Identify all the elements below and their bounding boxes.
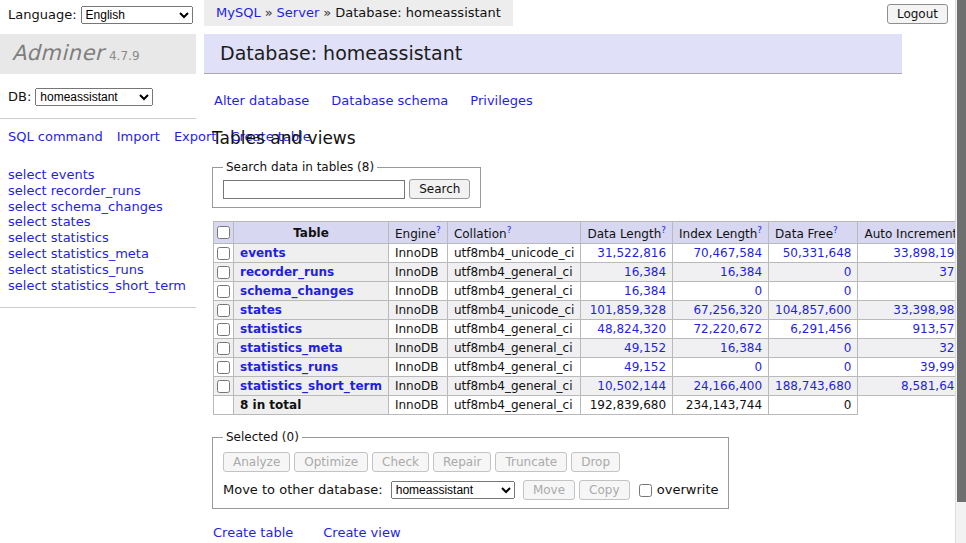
index-length-cell-link[interactable]: 70,467,584	[693, 246, 762, 260]
auto-increment-cell-link[interactable]: 33,898,196	[893, 246, 962, 260]
data-free-cell-link[interactable]: 188,743,680	[775, 379, 851, 393]
data-length-cell-link[interactable]: 16,384	[624, 284, 666, 298]
breadcrumb: MySQL»Server»Database: homeassistant	[204, 0, 513, 26]
help-link[interactable]: ?	[757, 225, 762, 235]
index-length-cell: 24,166,400	[673, 377, 769, 396]
help-link[interactable]: ?	[507, 225, 512, 235]
row-checkbox[interactable]	[217, 285, 230, 298]
data-length-cell-link[interactable]: 49,152	[624, 360, 666, 374]
table-link-statistics[interactable]: statistics	[240, 322, 302, 336]
help-link[interactable]: ?	[661, 225, 666, 235]
language-label: Language:	[8, 7, 77, 22]
collation-cell: utf8mb4_general_ci	[447, 282, 581, 301]
data-free-cell-link[interactable]: 0	[844, 341, 852, 355]
index-length-cell-link[interactable]: 16,384	[720, 265, 762, 279]
table-link-events[interactable]: events	[240, 246, 286, 260]
optimize-button[interactable]: Optimize	[294, 452, 368, 472]
index-length-cell: 0	[673, 358, 769, 377]
row-select-cell	[214, 263, 234, 282]
sidebar-select-link-statistics_short_term[interactable]: select statistics_short_term	[8, 278, 188, 294]
index-length-cell-link[interactable]: 67,256,320	[693, 303, 762, 317]
index-length-cell-link[interactable]: 0	[754, 360, 762, 374]
truncate-button[interactable]: Truncate	[495, 452, 567, 472]
row-checkbox[interactable]	[217, 304, 230, 317]
table-link-statistics_meta[interactable]: statistics_meta	[240, 341, 343, 355]
table-link-statistics_short_term[interactable]: statistics_short_term	[240, 379, 382, 393]
create-view-link[interactable]: Create view	[323, 525, 400, 540]
breadcrumb-link-mysql[interactable]: MySQL	[216, 5, 261, 20]
sidebar-select-link-events[interactable]: select events	[8, 167, 188, 183]
index-length-cell: 70,467,584	[673, 244, 769, 263]
logout-button[interactable]: Logout	[887, 4, 948, 24]
sidebar-action-link-sql-command[interactable]: SQL command	[8, 129, 103, 144]
table-link-recorder_runs[interactable]: recorder_runs	[240, 265, 334, 279]
sidebar-select-link-states[interactable]: select states	[8, 214, 188, 230]
table-row: recorder_runsInnoDButf8mb4_general_ci16,…	[214, 263, 966, 282]
sidebar-select-link-statistics[interactable]: select statistics	[8, 230, 188, 246]
language-select[interactable]: English	[81, 6, 193, 24]
sidebar-select-link-statistics_meta[interactable]: select statistics_meta	[8, 246, 188, 262]
table-link-schema_changes[interactable]: schema_changes	[240, 284, 354, 298]
move-button[interactable]: Move	[523, 480, 575, 500]
auto-increment-cell-link[interactable]: 8,581,645	[901, 379, 962, 393]
sidebar-select-link-statistics_runs[interactable]: select statistics_runs	[8, 262, 188, 278]
data-free-cell-link[interactable]: 0	[844, 360, 852, 374]
tables-section-title: Tables and views	[212, 128, 902, 148]
sidebar-select-link-recorder_runs[interactable]: select recorder_runs	[8, 183, 188, 199]
data-length-cell-link[interactable]: 31,522,816	[597, 246, 666, 260]
total-index-length-cell: 234,143,744	[673, 396, 769, 415]
data-length-cell-link[interactable]: 10,502,144	[597, 379, 666, 393]
row-checkbox[interactable]	[217, 361, 230, 374]
db-nav-link-alter-database[interactable]: Alter database	[214, 93, 309, 108]
drop-button[interactable]: Drop	[571, 452, 620, 472]
data-free-cell-link[interactable]: 50,331,648	[783, 246, 852, 260]
db-nav-link-database-schema[interactable]: Database schema	[331, 93, 448, 108]
create-table-link[interactable]: Create table	[213, 525, 293, 540]
row-checkbox[interactable]	[217, 323, 230, 336]
app-logo: Adminer4.7.9	[0, 34, 196, 74]
repair-button[interactable]: Repair	[433, 452, 491, 472]
check-button[interactable]: Check	[372, 452, 429, 472]
data-free-cell-link[interactable]: 0	[844, 265, 852, 279]
data-free-cell-link[interactable]: 6,291,456	[790, 322, 851, 336]
move-db-select[interactable]: homeassistant	[391, 481, 515, 499]
search-input[interactable]	[223, 180, 405, 199]
row-checkbox[interactable]	[217, 342, 230, 355]
breadcrumb-link-server[interactable]: Server	[277, 5, 320, 20]
db-select[interactable]: homeassistant	[35, 88, 153, 106]
index-length-cell-link[interactable]: 0	[754, 284, 762, 298]
row-checkbox[interactable]	[217, 380, 230, 393]
sidebar-select-link-schema_changes[interactable]: select schema_changes	[8, 199, 188, 215]
help-link[interactable]: ?	[436, 225, 441, 235]
table-link-states[interactable]: states	[240, 303, 282, 317]
data-free-cell-link[interactable]: 104,857,600	[775, 303, 851, 317]
row-checkbox[interactable]	[217, 247, 230, 260]
row-select-cell	[214, 301, 234, 320]
total-engine-cell: InnoDB	[388, 396, 447, 415]
index-length-cell-link[interactable]: 72,220,672	[693, 322, 762, 336]
data-free-cell-link[interactable]: 0	[844, 284, 852, 298]
search-button[interactable]: Search	[409, 179, 470, 199]
column-header-collation: Collation?	[447, 222, 581, 244]
index-length-cell-link[interactable]: 24,166,400	[693, 379, 762, 393]
db-selector-row: DB:homeassistant	[0, 74, 196, 118]
data-length-cell-link[interactable]: 48,824,320	[597, 322, 666, 336]
index-length-cell: 0	[673, 282, 769, 301]
scrollbar-thumb[interactable]	[957, 0, 966, 502]
row-checkbox[interactable]	[217, 266, 230, 279]
select-all-checkbox[interactable]	[217, 226, 230, 239]
overwrite-checkbox[interactable]	[639, 484, 652, 497]
data-length-cell-link[interactable]: 101,859,328	[590, 303, 666, 317]
analyze-button[interactable]: Analyze	[223, 452, 290, 472]
db-nav-link-privileges[interactable]: Privileges	[470, 93, 533, 108]
help-link[interactable]: ?	[833, 225, 838, 235]
table-link-statistics_runs[interactable]: statistics_runs	[240, 360, 338, 374]
vertical-scrollbar[interactable]	[955, 0, 966, 543]
data-length-cell-link[interactable]: 49,152	[624, 341, 666, 355]
index-length-cell-link[interactable]: 16,384	[720, 341, 762, 355]
data-free-cell: 104,857,600	[769, 301, 858, 320]
auto-increment-cell-link[interactable]: 33,398,984	[893, 303, 962, 317]
data-length-cell-link[interactable]: 16,384	[624, 265, 666, 279]
sidebar-action-link-import[interactable]: Import	[117, 129, 160, 144]
copy-button[interactable]: Copy	[579, 480, 629, 500]
